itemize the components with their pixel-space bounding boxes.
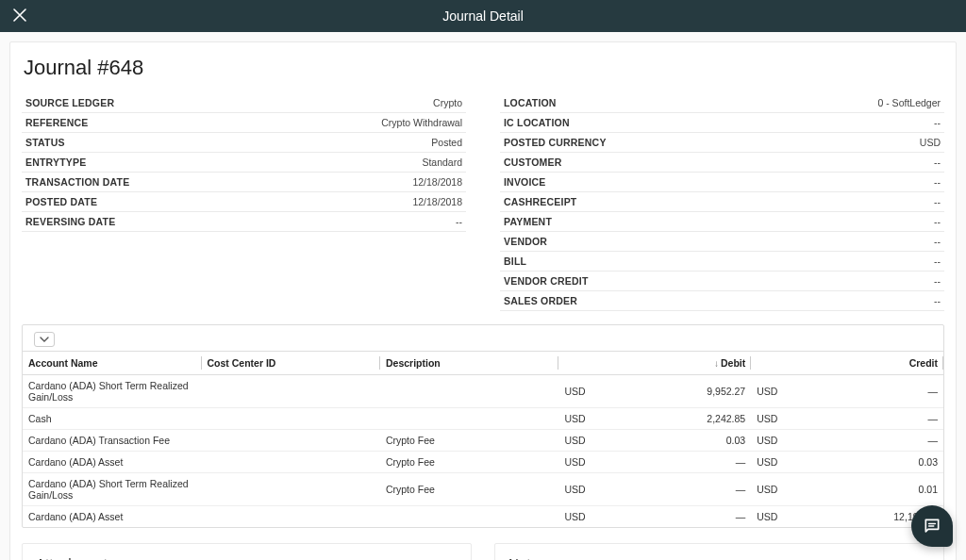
cell-costcenter (202, 375, 380, 408)
field-label: POSTED DATE (25, 196, 97, 207)
cell-costcenter (202, 473, 380, 506)
field-label: REFERENCE (25, 117, 89, 128)
cell-ccur: USD (751, 408, 783, 430)
field-label: TRANSACTION DATE (25, 176, 129, 188)
table-row[interactable]: Cardano (ADA) AssetUSD—USD12,195.13 (23, 506, 943, 528)
cell-debit: — (591, 473, 752, 506)
field-value: 0 - SoftLedger (877, 97, 941, 108)
bottom-sections: Attachments Notes (22, 543, 944, 560)
field-value: -- (934, 295, 941, 306)
expand-toggle-button[interactable] (34, 332, 55, 347)
cell-description (380, 408, 559, 430)
cell-credit: 0.03 (783, 452, 943, 473)
field-label: CASHRECEIPT (504, 196, 576, 207)
cell-credit: — (783, 430, 943, 452)
cell-description: Crypto Fee (380, 473, 559, 506)
cell-costcenter (202, 408, 380, 430)
fields-left: SOURCE LEDGERCryptoREFERENCECrypto Withd… (22, 93, 466, 311)
cell-account: Cardano (ADA) Short Term Realized Gain/L… (23, 473, 202, 506)
field-value: -- (934, 156, 941, 168)
cell-description: Crypto Fee (380, 452, 559, 473)
table-row[interactable]: Cardano (ADA) Transaction FeeCrypto FeeU… (23, 430, 943, 452)
cell-dcur: USD (558, 473, 591, 506)
modal-header: Journal Detail (0, 0, 966, 32)
table-row[interactable]: Cardano (ADA) Short Term Realized Gain/L… (23, 473, 943, 506)
field-row: INVOICE-- (500, 173, 944, 192)
field-label: SALES ORDER (504, 295, 577, 306)
cell-costcenter (202, 430, 380, 452)
field-value: -- (934, 275, 941, 287)
cell-dcur: USD (558, 430, 591, 452)
field-row: STATUSPosted (22, 133, 466, 153)
field-value: Crypto (433, 97, 462, 108)
field-row: LOCATION0 - SoftLedger (500, 93, 944, 113)
cell-ccur: USD (751, 473, 783, 506)
chat-button[interactable] (911, 505, 953, 547)
col-credit[interactable]: Credit (783, 352, 943, 375)
cell-ccur: USD (751, 452, 783, 473)
field-columns: SOURCE LEDGERCryptoREFERENCECrypto Withd… (22, 93, 944, 311)
table-toolbar (23, 325, 943, 352)
col-credit-currency (751, 352, 783, 375)
table-row[interactable]: Cardano (ADA) AssetCrypto FeeUSD—USD0.03 (23, 452, 943, 473)
cell-credit: — (783, 408, 943, 430)
col-costcenter[interactable]: Cost Center ID (202, 352, 380, 375)
cell-credit: — (783, 375, 943, 408)
cell-ccur: USD (751, 375, 783, 408)
field-row: SALES ORDER-- (500, 291, 944, 311)
attachments-heading: Attachments (36, 555, 458, 560)
journal-card: Journal #648 SOURCE LEDGERCryptoREFERENC… (9, 41, 957, 560)
field-row: BILL-- (500, 252, 944, 272)
table-body: Cardano (ADA) Short Term Realized Gain/L… (23, 375, 943, 528)
field-value: Standard (422, 156, 462, 168)
fields-right: LOCATION0 - SoftLedgerIC LOCATION--POSTE… (500, 93, 944, 311)
cell-costcenter (202, 452, 380, 473)
field-value: -- (934, 196, 941, 207)
cell-dcur: USD (558, 375, 591, 408)
cell-ccur: USD (751, 430, 783, 452)
field-row: PAYMENT-- (500, 212, 944, 232)
cell-description: Crypto Fee (380, 430, 559, 452)
field-label: REVERSING DATE (25, 216, 115, 227)
field-row: TRANSACTION DATE12/18/2018 (22, 173, 466, 192)
cell-dcur: USD (558, 452, 591, 473)
table-row[interactable]: Cardano (ADA) Short Term Realized Gain/L… (23, 375, 943, 408)
table-row[interactable]: CashUSD2,242.85USD— (23, 408, 943, 430)
col-debit-currency (558, 352, 591, 375)
table-header: Account Name Cost Center ID Description … (23, 352, 943, 375)
col-debit[interactable]: ↓Debit (591, 352, 752, 375)
close-icon[interactable] (13, 8, 26, 25)
notes-section: Notes (494, 543, 944, 560)
col-account[interactable]: Account Name (23, 352, 202, 375)
field-label: STATUS (25, 137, 65, 148)
field-value: 12/18/2018 (412, 196, 462, 207)
field-row: CASHRECEIPT-- (500, 192, 944, 212)
field-row: REFERENCECrypto Withdrawal (22, 113, 466, 133)
field-label: BILL (504, 255, 526, 267)
cell-account: Cardano (ADA) Short Term Realized Gain/L… (23, 375, 202, 408)
field-row: POSTED CURRENCYUSD (500, 133, 944, 153)
cell-credit: 0.01 (783, 473, 943, 506)
cell-debit: 2,242.85 (591, 408, 752, 430)
cell-description (380, 375, 559, 408)
cell-dcur: USD (558, 408, 591, 430)
field-value: -- (934, 236, 941, 247)
field-label: SOURCE LEDGER (25, 97, 114, 108)
field-row: SOURCE LEDGERCrypto (22, 93, 466, 113)
field-value: USD (920, 137, 941, 148)
field-label: VENDOR (504, 236, 547, 247)
cell-ccur: USD (751, 506, 783, 528)
col-description[interactable]: Description (380, 352, 559, 375)
field-label: CUSTOMER (504, 156, 562, 168)
cell-account: Cardano (ADA) Transaction Fee (23, 430, 202, 452)
page-title: Journal #648 (22, 56, 944, 80)
sort-desc-icon: ↓ (714, 358, 719, 369)
cell-description (380, 506, 559, 528)
cell-dcur: USD (558, 506, 591, 528)
field-row: ENTRYTYPEStandard (22, 153, 466, 173)
attachments-section: Attachments (22, 543, 472, 560)
cell-debit: — (591, 506, 752, 528)
chat-icon (923, 517, 941, 535)
field-row: VENDOR-- (500, 232, 944, 252)
cell-debit: — (591, 452, 752, 473)
